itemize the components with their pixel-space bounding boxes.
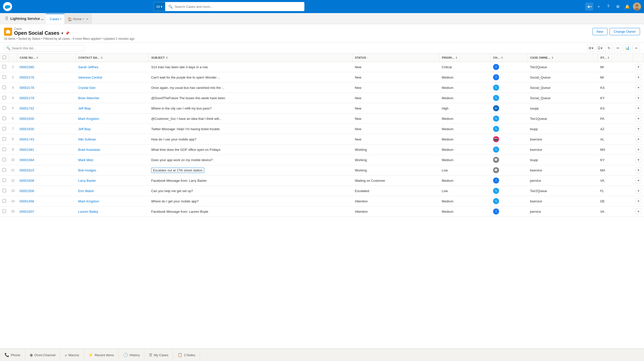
tab-cases[interactable]: Cases ▾: [46, 14, 65, 24]
row-checkbox[interactable]: [3, 168, 6, 172]
list-chart-button[interactable]: 📊: [623, 44, 631, 52]
bottom-item-omni[interactable]: ◉ Omni-Channel: [25, 349, 60, 361]
case-number-link[interactable]: 00002176: [20, 76, 34, 79]
bottom-item-history[interactable]: 🕐 History: [119, 349, 144, 361]
row-checkbox-cell[interactable]: [0, 114, 9, 124]
bottom-item-phone[interactable]: 📞 Phone: [0, 349, 25, 361]
col-case-number[interactable]: CASE NU...⇕: [17, 54, 76, 62]
row-action-button[interactable]: ▾: [635, 177, 641, 184]
row-action-button[interactable]: ▾: [635, 167, 641, 173]
notifications-button[interactable]: 🔔: [623, 3, 631, 11]
row-checkbox[interactable]: [3, 65, 6, 68]
row-checkbox[interactable]: [3, 178, 6, 182]
list-title-chevron-icon[interactable]: ▾: [61, 31, 63, 35]
cases-tab-chevron-icon[interactable]: ▾: [60, 18, 61, 20]
contact-name-link[interactable]: Vanessa Central: [78, 76, 102, 79]
subject-editing-input[interactable]: Escalator out at 17th street station: [151, 168, 204, 173]
case-number-link[interactable]: 00002179: [20, 96, 34, 100]
row-checkbox[interactable]: [3, 199, 6, 203]
new-button[interactable]: New: [592, 28, 608, 35]
row-action-button[interactable]: ▾: [635, 147, 641, 153]
row-checkbox-cell[interactable]: [0, 155, 9, 165]
row-checkbox[interactable]: [3, 117, 6, 120]
col-contact-name[interactable]: CONTACT NA...⇕: [76, 54, 149, 62]
settings-button[interactable]: ⚙: [614, 3, 622, 11]
case-number-link[interactable]: 00001930: [20, 117, 34, 121]
row-checkbox-cell[interactable]: [0, 175, 9, 186]
row-checkbox-cell[interactable]: [0, 103, 9, 114]
case-number-link[interactable]: 00001456: [20, 199, 34, 203]
home-tab-chevron-icon[interactable]: ▾: [83, 18, 84, 20]
row-checkbox-cell[interactable]: [0, 124, 9, 134]
row-checkbox[interactable]: [3, 209, 6, 213]
row-checkbox-cell[interactable]: [0, 145, 9, 155]
row-action-button[interactable]: ▾: [635, 116, 641, 122]
row-action-button[interactable]: ▾: [635, 64, 641, 70]
list-settings-button[interactable]: ⚙▾: [587, 44, 595, 52]
row-checkbox-cell[interactable]: [0, 134, 9, 145]
row-checkbox[interactable]: [3, 148, 6, 151]
contact-name-link[interactable]: Mark Metz: [78, 158, 94, 162]
col-channel[interactable]: CH...⇕: [491, 54, 528, 62]
contact-name-link[interactable]: Niki Sullivan: [78, 137, 96, 141]
col-case-owner[interactable]: CASE OWNE...⇕: [528, 54, 598, 62]
contact-name-link[interactable]: Mark Kingston: [78, 199, 99, 203]
case-number-link[interactable]: 00001580: [20, 65, 34, 69]
pin-icon[interactable]: 📌: [65, 31, 69, 35]
row-checkbox[interactable]: [3, 127, 6, 130]
row-action-button[interactable]: ▾: [635, 105, 641, 111]
contact-name-link[interactable]: Lauren Bailey: [78, 210, 98, 213]
row-checkbox-cell[interactable]: [0, 165, 9, 175]
col-status[interactable]: STATUS↑: [352, 54, 439, 62]
case-number-link[interactable]: 00001608: [20, 179, 34, 183]
change-owner-button[interactable]: Change Owner: [610, 28, 640, 35]
list-refresh-button[interactable]: ↻: [605, 44, 613, 52]
row-action-button[interactable]: ▾: [635, 126, 641, 132]
row-checkbox-cell[interactable]: [0, 206, 9, 217]
contact-name-link[interactable]: Erin Walsh: [78, 189, 94, 193]
case-number-link[interactable]: 00001742: [20, 106, 34, 110]
contact-name-link[interactable]: Crystal Gee: [78, 86, 96, 90]
case-number-link[interactable]: 00002178: [20, 86, 34, 90]
contact-name-link[interactable]: Jeff Blay: [78, 106, 91, 110]
row-action-button[interactable]: ▾: [635, 95, 641, 101]
case-number-link[interactable]: 00001743: [20, 137, 34, 141]
contact-name-link[interactable]: Brian Mancher: [78, 96, 100, 100]
row-action-button[interactable]: ▾: [635, 188, 641, 194]
row-checkbox[interactable]: [3, 96, 6, 99]
contact-name-link[interactable]: Larry Baxter: [78, 179, 96, 183]
col-priority[interactable]: PRIORI...⇕: [439, 54, 491, 62]
case-number-link[interactable]: 00001630: [20, 127, 34, 131]
salesforce-logo[interactable]: [3, 2, 12, 11]
bottom-item-notes[interactable]: 📋 2 Notes: [173, 349, 200, 361]
select-all-col[interactable]: [0, 54, 9, 62]
contact-name-link[interactable]: Mark Kingston: [78, 117, 99, 121]
app-name-area[interactable]: ⠿ Lightning Service ...: [3, 13, 46, 24]
row-action-button[interactable]: ▾: [635, 136, 641, 142]
row-checkbox-cell[interactable]: [0, 62, 9, 72]
row-action-button[interactable]: ▾: [635, 74, 641, 80]
row-checkbox[interactable]: [3, 189, 6, 192]
favorites-button[interactable]: ★ ▾: [585, 3, 593, 11]
bottom-item-recent[interactable]: ⚡ Recent Items: [84, 349, 119, 361]
add-button[interactable]: ＋: [595, 3, 603, 11]
col-subject[interactable]: SUBJECT⇕: [149, 54, 352, 62]
col-state[interactable]: ST...⇕: [598, 54, 633, 62]
search-type-select[interactable]: All ▾: [153, 2, 165, 11]
row-action-button[interactable]: ▾: [635, 85, 641, 91]
row-action-button[interactable]: ▾: [635, 208, 641, 214]
row-checkbox[interactable]: [3, 75, 6, 79]
avatar[interactable]: [633, 3, 641, 11]
case-number-link[interactable]: 00001584: [20, 158, 34, 162]
contact-name-link[interactable]: Brad Anastasio: [78, 148, 100, 152]
row-checkbox-cell[interactable]: [0, 196, 9, 206]
help-button[interactable]: ?: [604, 3, 612, 11]
case-number-link[interactable]: 00001581: [20, 148, 34, 152]
tab-home[interactable]: 🏠 Home ▾ ✕: [65, 14, 92, 24]
home-tab-close-icon[interactable]: ✕: [86, 17, 89, 21]
row-checkbox-cell[interactable]: [0, 186, 9, 196]
list-edit-button[interactable]: ✏: [614, 44, 622, 52]
case-number-link[interactable]: 00001506: [20, 189, 34, 193]
case-number-link[interactable]: 00001615: [20, 168, 34, 172]
contact-name-link[interactable]: Jeff Blay: [78, 127, 91, 131]
